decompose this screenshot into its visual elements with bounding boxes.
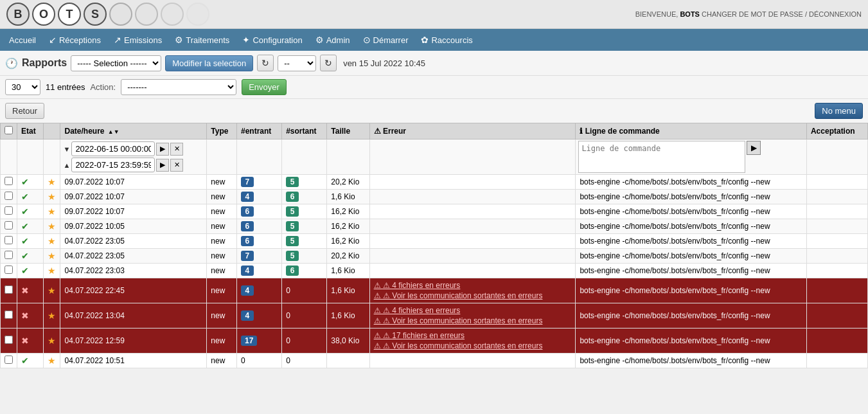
nav-admin[interactable]: ⚙ Admin bbox=[309, 31, 357, 49]
back-button[interactable]: Retour bbox=[5, 103, 44, 119]
error-link[interactable]: ⚠ 17 fichiers en erreurs bbox=[374, 330, 572, 341]
date-from-clear-btn[interactable]: ✕ bbox=[170, 143, 183, 156]
row-size: 16,2 Kio bbox=[327, 204, 369, 219]
nav-receptions-label: Réceptions bbox=[59, 35, 101, 45]
row-outgoing: 5 bbox=[282, 234, 327, 249]
row-checkbox[interactable] bbox=[4, 356, 13, 364]
favorite-star[interactable]: ★ bbox=[48, 266, 56, 276]
row-error: ⚠ 4 fichiers en erreurs⚠ Voir les commun… bbox=[369, 303, 576, 328]
date-to-clear-btn[interactable]: ✕ bbox=[170, 159, 183, 172]
row-checkbox[interactable] bbox=[4, 266, 13, 274]
date-from-input[interactable] bbox=[71, 141, 155, 156]
row-checkbox[interactable] bbox=[4, 177, 13, 185]
row-size: 1,6 Kio bbox=[327, 303, 369, 328]
row-type: new bbox=[207, 278, 237, 303]
favorite-star[interactable]: ★ bbox=[48, 251, 56, 261]
error-link[interactable]: ⚠ 4 fichiers en erreurs bbox=[374, 280, 572, 291]
selection-dropdown[interactable]: ----- Selection ------ bbox=[71, 55, 161, 71]
nav-accueil[interactable]: Accueil bbox=[3, 32, 42, 49]
per-page-select[interactable]: 30 10 20 50 100 bbox=[5, 79, 40, 95]
row-command: bots-engine -c/home/bots/.bots/env/bots_… bbox=[576, 354, 807, 368]
send-button[interactable]: Envoyer bbox=[242, 79, 287, 95]
row-checkbox[interactable] bbox=[4, 251, 13, 259]
row-checkbox[interactable] bbox=[4, 236, 13, 244]
favorite-star[interactable]: ★ bbox=[48, 356, 56, 366]
row-outgoing: 5 bbox=[282, 219, 327, 234]
row-type: new bbox=[207, 175, 237, 190]
col-etat-header: Etat bbox=[17, 123, 44, 140]
outgoing-value: 0 bbox=[286, 311, 290, 320]
row-accept bbox=[806, 303, 867, 328]
filter-command-cell: ▶ bbox=[576, 140, 807, 175]
outgoing-badge: 5 bbox=[286, 221, 299, 231]
select-all-checkbox[interactable] bbox=[4, 126, 13, 134]
modify-selection-button[interactable]: Modifier la selection bbox=[165, 55, 253, 71]
table-container: Etat Date/heure ▲▼ Type #entrant #sortan… bbox=[0, 123, 868, 368]
row-type: new bbox=[207, 204, 237, 219]
table-body: ✔ ★ 09.07.2022 10:07 new 7 5 20,2 Kio bo… bbox=[1, 175, 868, 368]
row-accept bbox=[806, 264, 867, 278]
row-checkbox[interactable] bbox=[4, 310, 13, 319]
col-date-header[interactable]: Date/heure ▲▼ bbox=[60, 123, 207, 140]
change-password-link[interactable]: CHANGER DE MOT DE PASSE bbox=[702, 10, 803, 18]
state-ok-icon: ✔ bbox=[21, 236, 29, 246]
favorite-star[interactable]: ★ bbox=[48, 221, 56, 231]
row-date: 04.07.2022 12:59 bbox=[60, 328, 207, 354]
state-ok-icon: ✔ bbox=[21, 266, 29, 276]
page-header-row: Retour No menu bbox=[0, 99, 868, 123]
action-select[interactable]: ------- bbox=[121, 79, 236, 95]
refresh-button[interactable]: ↻ bbox=[257, 55, 274, 71]
date-from-apply-btn[interactable]: ▶ bbox=[156, 143, 169, 156]
logout-link[interactable]: DÉCONNEXION bbox=[809, 10, 862, 18]
row-checkbox[interactable] bbox=[4, 221, 13, 230]
row-checkbox[interactable] bbox=[4, 206, 13, 215]
nav-traitements[interactable]: ⚙ Traitements bbox=[168, 31, 236, 49]
row-checkbox[interactable] bbox=[4, 285, 13, 294]
nav-raccourcis-icon: ✿ bbox=[421, 35, 429, 45]
error-link[interactable]: ⚠ Voir les communication sortantes en er… bbox=[374, 291, 572, 301]
favorite-star[interactable]: ★ bbox=[48, 336, 56, 346]
favorite-star[interactable]: ★ bbox=[48, 206, 56, 217]
row-size: 1,6 Kio bbox=[327, 190, 369, 204]
error-link[interactable]: ⚠ 4 fichiers en erreurs bbox=[374, 305, 572, 316]
row-error bbox=[369, 190, 576, 204]
row-fav-cell: ★ bbox=[44, 264, 60, 278]
row-checkbox-cell bbox=[1, 264, 17, 278]
favorite-star[interactable]: ★ bbox=[48, 177, 56, 187]
col-outgoing-header: #sortant bbox=[282, 123, 327, 140]
row-accept bbox=[806, 234, 867, 249]
favorite-star[interactable]: ★ bbox=[48, 310, 56, 321]
favorite-star[interactable]: ★ bbox=[48, 285, 56, 296]
row-outgoing: 6 bbox=[282, 190, 327, 204]
favorite-star[interactable]: ★ bbox=[48, 236, 56, 246]
command-filter-submit[interactable]: ▶ bbox=[747, 141, 761, 155]
error-link[interactable]: ⚠ Voir les communication sortantes en er… bbox=[374, 341, 572, 351]
nav-raccourcis[interactable]: ✿ Raccourcis bbox=[414, 31, 479, 49]
row-size bbox=[327, 354, 369, 368]
filter-select[interactable]: -- bbox=[278, 55, 316, 71]
no-menu-button[interactable]: No menu bbox=[815, 103, 863, 119]
nav-demarrer[interactable]: ⊙ Démarrer bbox=[357, 31, 415, 49]
row-state-cell: ✔ bbox=[17, 219, 44, 234]
row-fav-cell: ★ bbox=[44, 175, 60, 190]
nav-emissions[interactable]: ↗ Emissions bbox=[107, 31, 168, 49]
row-checkbox[interactable] bbox=[4, 336, 13, 344]
error-link[interactable]: ⚠ Voir les communication sortantes en er… bbox=[374, 316, 572, 326]
nav-receptions[interactable]: ↙ Réceptions bbox=[42, 31, 107, 49]
refresh-button-2[interactable]: ↻ bbox=[320, 55, 337, 71]
row-command: bots-engine -c/home/bots/.bots/env/bots_… bbox=[576, 328, 807, 354]
date-to-apply-btn[interactable]: ▶ bbox=[156, 159, 169, 172]
date-to-input[interactable] bbox=[71, 158, 155, 172]
row-accept bbox=[806, 249, 867, 264]
logo-area: B O T S bbox=[6, 3, 209, 26]
row-checkbox-cell bbox=[1, 278, 17, 303]
command-filter-input[interactable] bbox=[578, 141, 745, 173]
row-outgoing: 0 bbox=[282, 278, 327, 303]
incoming-badge: 6 bbox=[241, 221, 254, 231]
favorite-star[interactable]: ★ bbox=[48, 192, 56, 202]
row-date: 09.07.2022 10:07 bbox=[60, 204, 207, 219]
nav-configuration[interactable]: ✦ Configuration bbox=[236, 31, 308, 49]
row-checkbox[interactable] bbox=[4, 192, 13, 200]
row-fav-cell: ★ bbox=[44, 328, 60, 354]
table-row: ✔ ★ 09.07.2022 10:07 new 7 5 20,2 Kio bo… bbox=[1, 175, 868, 190]
